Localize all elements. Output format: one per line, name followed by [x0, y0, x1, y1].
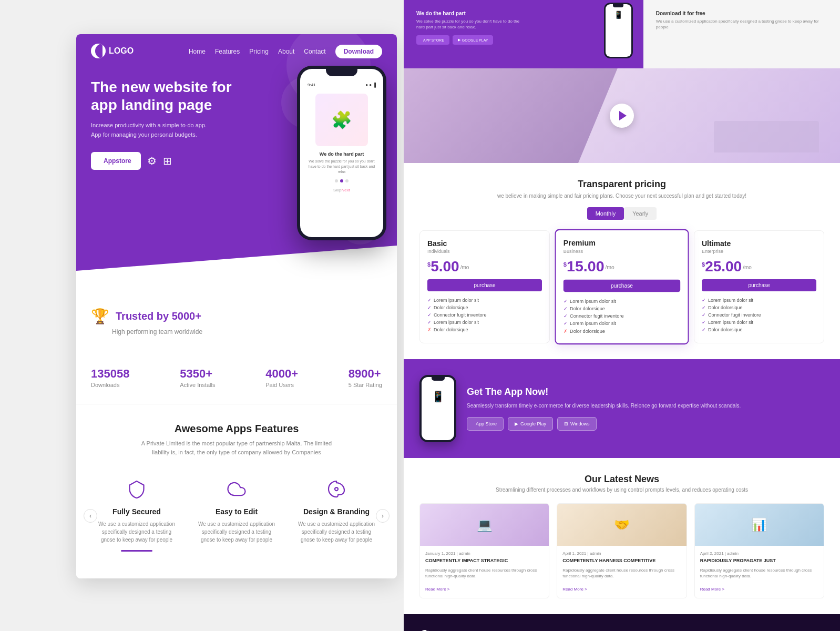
cta-windows-button[interactable]: ⊞ Windows — [557, 417, 597, 431]
right-top-gray: Download it for free We use a customized… — [643, 0, 840, 68]
video-section — [404, 68, 840, 163]
check-icon: ✓ — [427, 305, 432, 310]
appstore-btn-right[interactable]: APP STORE — [416, 35, 449, 45]
trusted-header: 🏆 Trusted by 5000+ — [91, 308, 382, 325]
check-icon: ✓ — [564, 306, 568, 311]
stat-number-downloads: 135058 — [91, 367, 129, 381]
news-card-3: 📊 April 2, 2021 | admin RAPIDIOUSLY PROP… — [694, 503, 824, 598]
nav-link-pricing[interactable]: Pricing — [249, 48, 269, 55]
check-icon: ✓ — [427, 320, 432, 325]
toggle-monthly[interactable]: Monthly — [587, 207, 624, 220]
cta-desc: Seamlessly transform timely e-commerce f… — [467, 402, 824, 410]
carousel-next-button[interactable]: › — [376, 509, 390, 523]
appstore-label: Appstore — [104, 157, 131, 165]
news-read-more-1[interactable]: Read More > — [425, 587, 449, 592]
play-button[interactable] — [610, 104, 634, 128]
check-icon: ✓ — [702, 305, 706, 310]
cta-section: 📱 Get The App Now! Seamlessly transform … — [404, 359, 840, 458]
purchase-btn-premium[interactable]: purchase — [564, 280, 680, 292]
stat-label-installs: Active Installs — [180, 382, 215, 388]
feature-ultimate-3: ✓ Connector fugit inventore — [702, 311, 816, 319]
nav-links: Home Features Pricing About Contact Down… — [189, 46, 382, 56]
hero-title: The new website for app landing page — [91, 78, 238, 114]
purchase-btn-basic[interactable]: purchase — [427, 279, 542, 291]
carousel-prev-button[interactable]: ‹ — [84, 509, 97, 523]
cta-google-button[interactable]: ▶ Google Play — [508, 417, 553, 431]
check-icon: ✓ — [564, 313, 568, 319]
nav-item-about[interactable]: About — [278, 46, 294, 56]
nav-link-about[interactable]: About — [278, 48, 294, 55]
feature-basic-5: ✗ Dolor dolorsique — [427, 326, 542, 333]
purchase-btn-ultimate[interactable]: purchase — [702, 279, 816, 291]
feature-underline-1 — [121, 550, 152, 552]
nav-item-download[interactable]: Download — [335, 46, 382, 56]
nav-item-home[interactable]: Home — [189, 46, 206, 56]
nav-item-contact[interactable]: Contact — [304, 46, 325, 56]
news-content-2: April 1, 2021 | admin COMPETENTLY HARNES… — [557, 546, 686, 598]
news-section: Our Latest News Streamlining different p… — [404, 458, 840, 614]
news-card-1: 💻 January 1, 2021 | admin COMPETENTLY IM… — [419, 503, 549, 598]
news-read-more-3[interactable]: Read More > — [700, 587, 724, 592]
cta-phone-screen: 📱 — [422, 381, 454, 407]
toggle-yearly[interactable]: Yearly — [624, 207, 657, 220]
check-icon: ✓ — [702, 298, 706, 303]
cta-appstore-label: App Store — [476, 421, 497, 426]
nav-download-button[interactable]: Download — [335, 45, 382, 58]
left-panel: LOGO Home Features Pricing About Contact… — [76, 34, 397, 578]
right-panel: We do the hard part We solve the puzzle … — [404, 0, 840, 631]
news-image-1: 💻 — [420, 504, 549, 546]
nav-link-features[interactable]: Features — [215, 48, 240, 55]
windows-button[interactable]: ⊞ — [163, 155, 172, 167]
cta-phone-outer: 📱 — [419, 375, 456, 442]
cta-appstore-button[interactable]: App Store — [467, 417, 504, 431]
feature-ultimate-1: ✓ Lorem ipsum dolor sit — [702, 297, 816, 304]
pricing-card-basic: Basic Individuals $ 5.00 /mo purchase ✓ … — [419, 230, 550, 343]
shield-icon — [97, 480, 176, 502]
news-date-3: April 2, 2021 | admin — [700, 551, 818, 556]
check-icon: ✓ — [702, 327, 706, 332]
google-play-btn-right[interactable]: ▶ GOOGLE PLAY — [453, 35, 494, 45]
feature-desc-security: We use a customized application specific… — [97, 520, 176, 544]
right-top-purple: We do the hard part We solve the puzzle … — [404, 0, 643, 68]
stat-number-rating: 8900+ — [349, 367, 382, 381]
feature-premium-3: ✓ Connector fugit inventore — [564, 312, 680, 320]
news-img-icon-1: 💻 — [477, 517, 493, 532]
logo: LOGO — [91, 44, 134, 58]
svg-point-0 — [335, 487, 338, 491]
shield-svg — [127, 480, 146, 498]
feature-basic-2: ✓ Dolor dolorsique — [427, 304, 542, 311]
nav-item-features[interactable]: Features — [215, 46, 240, 56]
feature-card-branding: Design & Branding We use a customized ap… — [291, 471, 382, 560]
android-button[interactable]: ⚙ — [147, 155, 157, 167]
android-icon: ⚙ — [147, 155, 157, 167]
news-read-more-2[interactable]: Read More > — [562, 587, 587, 592]
news-date-2: April 1, 2021 | admin — [562, 551, 681, 556]
right-top-phone-screen: 📱 — [606, 4, 631, 57]
cta-windows-label: Windows — [570, 421, 590, 426]
pricing-toggle: Monthly Yearly — [419, 207, 824, 220]
nav-item-pricing[interactable]: Pricing — [249, 46, 269, 56]
appstore-btn-label: APP STORE — [423, 38, 444, 42]
phone-screen-icon: 📱 — [609, 11, 628, 19]
pricing-card-premium: Premium Business $ 15.00 /mo purchase ✓ … — [555, 229, 689, 344]
check-icon: ✓ — [702, 320, 706, 325]
feature-ultimate-4: ✓ Lorem ipsum dolor sit — [702, 319, 816, 326]
feature-premium-5: ✗ Dolor dolorsique — [564, 328, 680, 335]
price-basic: 5.00 — [431, 259, 459, 274]
plan-amount-premium: $ 15.00 /mo — [564, 259, 680, 274]
cta-title: Get The App Now! — [467, 386, 824, 398]
nav-link-contact[interactable]: Contact — [304, 48, 325, 55]
stat-users: 4000+ Paid Users — [265, 367, 298, 388]
footer: LOGO t f in p g Twitter Lorem ipsum dolo… — [404, 614, 840, 631]
plan-amount-ultimate: $ 25.00 /mo — [702, 259, 816, 274]
play-icon-right: ▶ — [458, 38, 460, 42]
feature-premium-4: ✓ Lorem ipsum dolor sit — [564, 320, 680, 327]
feature-premium-2: ✓ Dolor dolorsique — [564, 305, 680, 312]
google-play-btn-label: GOOGLE PLAY — [462, 38, 488, 42]
cloud-icon — [197, 480, 276, 502]
stat-installs: 5350+ Active Installs — [180, 367, 215, 388]
news-card-title-1: COMPETENTLY IMPACT STRATEGIC — [425, 558, 544, 564]
stat-downloads: 135058 Downloads — [91, 367, 129, 388]
appstore-button[interactable]: Appstore — [91, 152, 141, 170]
nav-link-home[interactable]: Home — [189, 48, 206, 55]
